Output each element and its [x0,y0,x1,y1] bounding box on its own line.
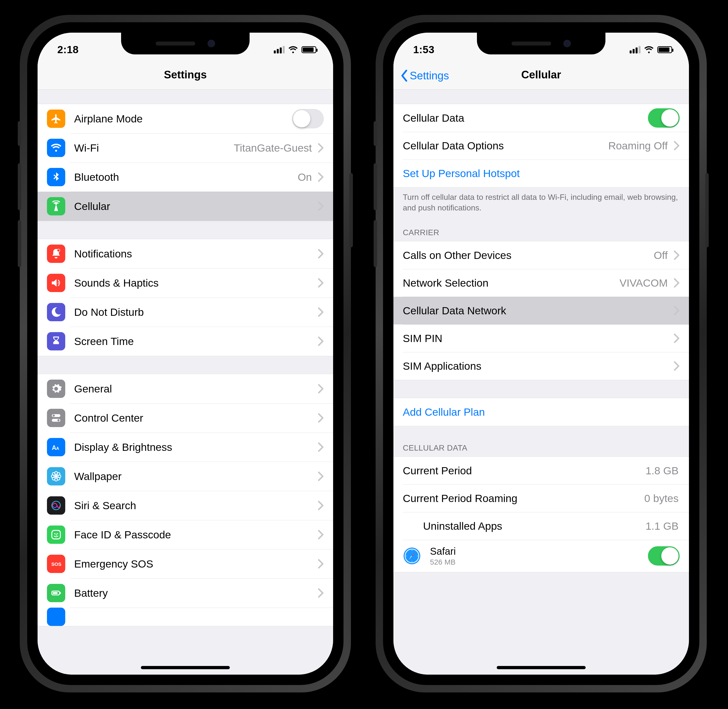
chevron-icon [318,471,324,481]
options-value: Roaming Off [608,140,668,152]
chevron-icon [318,307,324,317]
row-cellular-options[interactable]: Cellular Data Options Roaming Off [393,132,689,159]
page-title: Cellular [521,69,561,81]
status-time: 2:18 [57,44,79,55]
row-wifi[interactable]: Wi-Fi TitanGate-Guest [38,133,333,162]
row-label: Airplane Mode [74,113,143,125]
cellular-icon [47,197,65,215]
row-label: SIM PIN [403,333,442,344]
row-label: Bluetooth [74,171,119,183]
back-label: Settings [410,70,449,82]
roaming-value: 0 bytes [644,492,678,505]
row-label: Cellular Data Options [403,140,504,152]
battery-icon [657,46,672,53]
row-sounds[interactable]: Sounds & Haptics [38,268,333,298]
row-sim-applications[interactable]: SIM Applications [393,352,689,380]
row-label: Do Not Disturb [74,306,144,318]
row-label: Uninstalled Apps [423,520,502,532]
row-sos[interactable]: Emergency SOS [38,549,333,578]
row-display[interactable]: Display & Brightness [38,433,333,462]
row-hotspot[interactable]: Set Up Personal Hotspot [393,159,689,187]
chevron-icon [318,559,324,569]
add-plan-link: Add Cellular Plan [403,406,485,418]
row-current-period-roaming: Current Period Roaming 0 bytes [393,484,689,512]
chevron-icon [318,442,324,452]
row-sim-pin[interactable]: SIM PIN [393,324,689,352]
chevron-icon [318,336,324,346]
row-bluetooth[interactable]: Bluetooth On [38,162,333,192]
hourglass-icon [47,332,65,350]
row-label: Notifications [74,248,132,260]
row-cellular[interactable]: Cellular [38,192,333,221]
chevron-icon [318,201,324,211]
row-label: Cellular [74,200,110,212]
row-calls-other-devices[interactable]: Calls on Other Devices Off [393,241,689,269]
sos-icon [47,555,65,573]
phone-right: 1:53 Settings Cellular Cellular D [376,15,707,693]
chevron-icon [674,361,680,371]
row-network-selection[interactable]: Network Selection VIVACOM [393,269,689,297]
safari-label: Safari [430,546,456,557]
cellular-data-toggle[interactable] [648,108,680,128]
row-label: Sounds & Haptics [74,277,159,289]
notch [477,33,606,54]
row-cellular-data[interactable]: Cellular Data [393,104,689,132]
cellular-data-footer: Turn off cellular data to restrict all d… [393,187,689,213]
row-add-cellular-plan[interactable]: Add Cellular Plan [393,398,689,426]
toggles-icon [47,409,65,427]
airplane-icon [47,109,65,128]
settings-list[interactable]: Airplane Mode Wi-Fi TitanGate-Guest Blue… [38,89,333,675]
row-label: Cellular Data [403,112,464,124]
row-general[interactable]: General [38,374,333,403]
chevron-icon [674,250,680,260]
row-control-center[interactable]: Control Center [38,403,333,433]
row-safari-usage[interactable]: Safari 526 MB [393,540,689,572]
home-indicator[interactable] [141,666,230,669]
carrier-header: CARRIER [393,220,689,241]
battery-settings-icon [47,584,65,602]
row-siri[interactable]: Siri & Search [38,491,333,520]
row-uninstalled-apps[interactable]: Uninstalled Apps 1.1 GB [393,512,689,540]
period-value: 1.8 GB [645,465,678,477]
usage-header: CELLULAR DATA [393,436,689,457]
row-privacy-partial[interactable] [38,608,333,626]
row-label: Control Center [74,412,143,424]
row-battery[interactable]: Battery [38,578,333,608]
calls-value: Off [654,249,668,261]
row-notifications[interactable]: Notifications [38,239,333,268]
chevron-icon [674,306,680,315]
row-label: General [74,383,112,395]
chevron-icon [674,141,680,150]
row-airplane-mode[interactable]: Airplane Mode [38,104,333,133]
safari-icon [403,547,421,565]
row-cellular-data-network[interactable]: Cellular Data Network [393,297,689,324]
chevron-icon [318,500,324,511]
chevron-icon [674,333,680,343]
row-label: Screen Time [74,336,134,347]
chevron-icon [318,530,324,540]
gear-icon [47,379,65,398]
row-screen-time[interactable]: Screen Time [38,327,333,356]
status-time: 1:53 [413,44,434,55]
row-label: Current Period [403,465,472,477]
home-indicator[interactable] [497,666,586,669]
battery-icon [301,46,316,53]
bluetooth-value: On [298,171,312,183]
notch [121,33,250,54]
row-label: Display & Brightness [74,441,172,453]
row-current-period: Current Period 1.8 GB [393,457,689,484]
row-faceid[interactable]: Face ID & Passcode [38,520,333,549]
row-label: Wi-Fi [74,142,99,154]
bluetooth-icon [47,168,65,186]
notifications-icon [47,245,65,263]
airplane-toggle[interactable] [292,109,324,128]
row-label: Network Selection [403,277,489,289]
phone-left: 2:18 Settings Airplane Mode [20,15,351,693]
cellular-list[interactable]: Cellular Data Cellular Data Options Roam… [393,89,689,675]
chevron-icon [318,143,324,153]
row-wallpaper[interactable]: Wallpaper [38,462,333,491]
safari-toggle[interactable] [648,546,680,566]
back-button[interactable]: Settings [399,70,449,82]
row-label: Current Period Roaming [403,492,517,505]
row-dnd[interactable]: Do Not Disturb [38,298,333,327]
